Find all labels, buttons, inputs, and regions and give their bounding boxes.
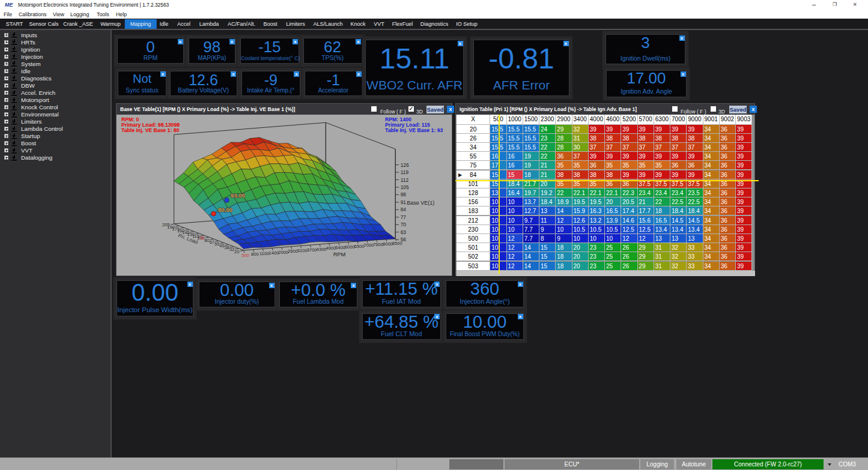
- svg-text:1100: 1100: [259, 251, 269, 256]
- svg-text:4300: 4300: [316, 247, 326, 252]
- svg-text:126: 126: [401, 162, 409, 168]
- svg-text:80: 80: [204, 238, 209, 243]
- svg-text:45: 45: [219, 243, 224, 249]
- svg-text:112: 112: [401, 177, 409, 183]
- svg-text:7500: 7500: [373, 242, 383, 247]
- svg-text:3100: 3100: [297, 248, 308, 253]
- svg-text:20: 20: [234, 249, 239, 255]
- svg-text:6000: 6000: [345, 244, 355, 250]
- svg-text:Base VE(1): Base VE(1): [407, 200, 434, 206]
- svg-text:800: 800: [251, 252, 259, 257]
- svg-text:80.00: 80.00: [218, 206, 232, 213]
- svg-text:91: 91: [401, 199, 407, 205]
- svg-text:4900: 4900: [326, 246, 336, 251]
- svg-text:2000: 2000: [278, 250, 288, 255]
- svg-text:5400: 5400: [335, 245, 345, 250]
- svg-text:67: 67: [210, 240, 214, 245]
- svg-text:55: 55: [214, 241, 219, 247]
- svg-text:RPM: RPM: [333, 252, 346, 258]
- svg-text:119: 119: [401, 169, 409, 175]
- svg-text:2600: 2600: [288, 249, 298, 254]
- svg-text:70: 70: [401, 221, 407, 227]
- svg-text:93.00: 93.00: [231, 192, 245, 199]
- svg-text:1400: 1400: [269, 250, 279, 256]
- svg-text:84: 84: [401, 206, 407, 212]
- svg-text:105: 105: [401, 184, 409, 190]
- svg-text:8000: 8000: [383, 241, 393, 247]
- svg-text:63: 63: [401, 229, 407, 235]
- svg-text:3700: 3700: [307, 247, 317, 253]
- svg-text:98: 98: [199, 235, 204, 241]
- svg-text:7000: 7000: [363, 243, 374, 248]
- svg-text:32: 32: [229, 247, 234, 252]
- svg-text:56: 56: [401, 237, 407, 243]
- svg-text:6500: 6500: [354, 244, 365, 249]
- svg-text:38: 38: [224, 245, 229, 250]
- svg-text:77: 77: [401, 214, 407, 220]
- svg-text:98: 98: [401, 191, 407, 197]
- svg-text:500: 500: [241, 253, 249, 258]
